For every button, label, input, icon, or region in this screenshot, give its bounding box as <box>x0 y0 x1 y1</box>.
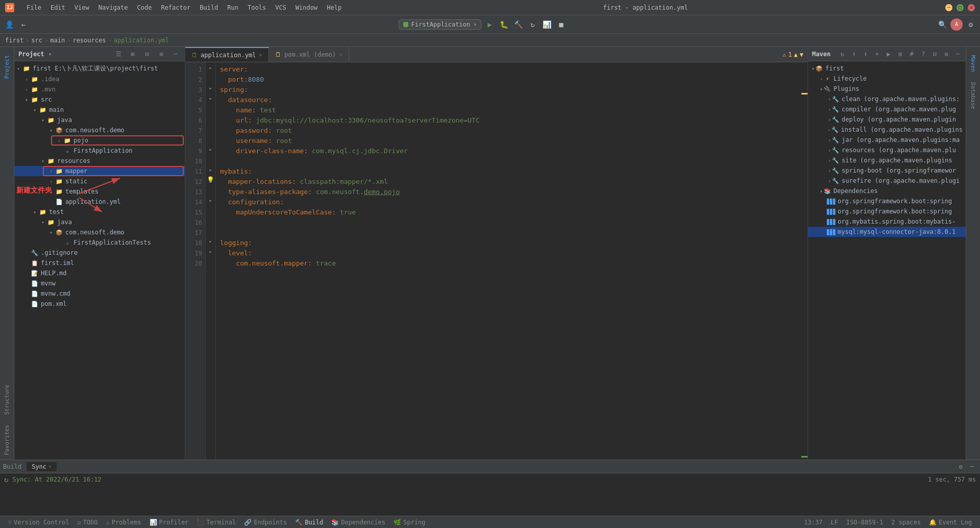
tree-item-java-test[interactable]: ▾ 📁 java <box>14 217 185 227</box>
tree-item-resources[interactable]: ▾ 📁 resources <box>14 156 185 166</box>
search-everywhere-button[interactable]: 🔍 <box>936 18 948 31</box>
status-line-col[interactable]: 13:37 <box>800 516 826 528</box>
menu-help[interactable]: Help <box>323 3 346 12</box>
bottom-settings-button[interactable]: ⚙ <box>955 462 966 472</box>
menu-view[interactable]: View <box>70 3 93 12</box>
tree-item-idea[interactable]: › 📁 .idea <box>14 74 185 84</box>
status-spring[interactable]: 🌿 Spring <box>389 516 429 528</box>
tree-item-pojo[interactable]: › 📁 pojo <box>14 135 185 146</box>
maven-item-jar[interactable]: › 🔧 jar (org.apache.maven.plugins:ma <box>808 135 966 145</box>
maven-settings-button[interactable]: ⚙ <box>943 49 950 59</box>
tree-item-src[interactable]: ▾ 📁 src <box>14 94 185 105</box>
stop-button[interactable]: ■ <box>555 18 567 31</box>
menu-navigate[interactable]: Navigate <box>94 3 132 12</box>
tree-item-mvn[interactable]: › 📁 .mvn <box>14 84 185 94</box>
maven-help-button[interactable]: ? <box>920 49 927 59</box>
warning-indicator[interactable]: ⚠ 1 ▲ ▼ <box>778 51 807 58</box>
breadcrumb-file[interactable]: application.yml <box>114 37 169 44</box>
maven-run-button[interactable]: ▶ <box>885 49 893 59</box>
maven-item-dep2[interactable]: ▊▊▊ org.springframework.boot:spring <box>808 206 966 217</box>
code-content[interactable]: server: port:8080 spring: datasource: na… <box>216 62 801 460</box>
bottom-hide-button[interactable]: ─ <box>967 462 977 472</box>
tree-item-main[interactable]: ▾ 📁 main <box>14 105 185 115</box>
hide-panel-button[interactable]: ─ <box>170 49 181 59</box>
maven-item-surefire[interactable]: › 🔧 surefire (org.apache.maven.plugi <box>808 176 966 186</box>
sidebar-tab-project[interactable]: Project <box>2 51 12 83</box>
maven-debug-button[interactable]: m <box>896 49 904 59</box>
run-config-selector[interactable]: FirstApplication ▾ <box>399 19 482 30</box>
status-encoding[interactable]: ISO-8859-1 <box>842 516 887 528</box>
debug-button[interactable]: 🐛 <box>498 18 510 31</box>
maven-item-clean[interactable]: › 🔧 clean (org.apache.maven.plugins: <box>808 94 966 104</box>
tab-pom-xml[interactable]: 🗒 pom.xml (demo) ✕ <box>269 47 349 62</box>
tree-item-static[interactable]: › 📁 static <box>14 176 185 186</box>
status-version-control[interactable]: ⑂ Version Control <box>4 516 73 528</box>
menu-vcs[interactable]: VCS <box>271 3 290 12</box>
settings-button[interactable]: ⚙ <box>965 18 977 31</box>
status-problems[interactable]: ⚠ Problems <box>102 516 145 528</box>
menu-file[interactable]: File <box>22 3 45 12</box>
build-button[interactable]: 🔨 <box>512 18 524 31</box>
maven-item-lifecycle[interactable]: › ⚡ Lifecycle <box>808 74 966 84</box>
breadcrumb-first[interactable]: first <box>5 37 23 44</box>
bottom-tab-sync[interactable]: Sync ✕ <box>27 462 57 471</box>
tree-item-appyml[interactable]: 📄 application.yml <box>14 197 185 207</box>
tree-item-test[interactable]: ▾ 📁 test <box>14 207 185 217</box>
close-button[interactable]: ✕ <box>968 4 975 11</box>
profile-button[interactable]: 👤 <box>3 18 15 31</box>
menu-build[interactable]: Build <box>195 3 222 12</box>
tree-item-helpmd[interactable]: 📝 HELP.md <box>14 268 185 278</box>
status-build[interactable]: 🔨 Build <box>291 516 327 528</box>
run-button[interactable]: ▶ <box>483 18 496 31</box>
collapse-all-button[interactable]: ⊟ <box>142 49 152 59</box>
breadcrumb-main[interactable]: main <box>50 37 65 44</box>
maven-item-dep1[interactable]: ▊▊▊ org.springframework.boot:spring <box>808 196 966 206</box>
maven-item-deploy[interactable]: › 🔧 deploy (org.apache.maven.plugin <box>808 114 966 125</box>
breadcrumb-src[interactable]: src <box>31 37 42 44</box>
maven-item-plugins[interactable]: ▾ 🔌 Plugins <box>808 84 966 94</box>
maven-download-sources-button[interactable]: ⬇ <box>862 49 869 59</box>
menu-refactor[interactable]: Refactor <box>157 3 194 12</box>
minimize-button[interactable]: ─ <box>945 4 952 11</box>
maven-add-button[interactable]: + <box>873 49 881 59</box>
close-tab-icon[interactable]: ✕ <box>259 52 262 58</box>
tree-item-package[interactable]: ▾ 📦 com.neusoft.demo <box>14 125 185 135</box>
maven-lifecycle-button[interactable]: # <box>908 49 916 59</box>
maven-item-install[interactable]: › 🔧 install (org.apache.maven.plugins <box>808 125 966 135</box>
user-avatar[interactable]: A <box>950 18 963 31</box>
tree-item-mvnw[interactable]: 📄 mvnw <box>14 278 185 289</box>
maven-item-dep4[interactable]: ▊▊▊ mysql:mysql-connector-java:8.0.1 <box>808 227 966 237</box>
back-button[interactable]: ← <box>17 18 30 31</box>
hide-maven-button[interactable]: ─ <box>954 49 962 59</box>
tree-item-pomxml[interactable]: 📄 pom.xml <box>14 299 185 309</box>
tree-item-templates[interactable]: › 📁 templates <box>14 186 185 197</box>
menu-window[interactable]: Window <box>291 3 322 12</box>
maven-item-dependencies[interactable]: ▾ 📚 Dependencies <box>808 186 966 196</box>
scope-button[interactable]: ☰ <box>113 49 124 59</box>
maven-download-button[interactable]: ⬇ <box>850 49 858 59</box>
menu-edit[interactable]: Edit <box>46 3 69 12</box>
status-endpoints[interactable]: 🔗 Endpoints <box>240 516 291 528</box>
status-event-log[interactable]: 🔔 Event Log <box>925 516 976 528</box>
right-gutter[interactable] <box>801 62 807 460</box>
tree-item-mapper[interactable]: › 📁 mapper <box>14 166 185 176</box>
tree-item-first[interactable]: ▾ 📁 first E:\卜凡\软工课设\project\first <box>14 63 185 74</box>
tree-item-iml[interactable]: 📋 first.iml <box>14 258 185 268</box>
status-indent[interactable]: 2 spaces <box>887 516 925 528</box>
breadcrumb-resources[interactable]: resources <box>72 37 106 44</box>
status-line-ending[interactable]: LF <box>826 516 842 528</box>
status-dependencies[interactable]: 📚 Dependencies <box>327 516 389 528</box>
menu-run[interactable]: Run <box>223 3 242 12</box>
right-tab-maven[interactable]: Maven <box>968 51 978 76</box>
menu-code[interactable]: Code <box>133 3 156 12</box>
tree-item-firstapp[interactable]: ☕ FirstApplication <box>14 146 185 156</box>
tree-item-apptests[interactable]: ☕ FirstApplicationTests <box>14 237 185 248</box>
maven-item-dep3[interactable]: ▊▊▊ org.mybatis.spring.boot:mybatis- <box>808 217 966 227</box>
run-coverage-button[interactable]: 📊 <box>541 18 553 31</box>
tree-item-mvnwcmd[interactable]: 📄 mvnw.cmd <box>14 289 185 299</box>
tree-item-java[interactable]: ▾ 📁 java <box>14 115 185 125</box>
maven-item-resources[interactable]: › 🔧 resources (org.apache.maven.plu <box>808 145 966 155</box>
expand-all-button[interactable]: ⊞ <box>128 49 138 59</box>
tree-item-gitignore[interactable]: 🔧 .gitignore <box>14 248 185 258</box>
status-todo[interactable]: ☑ TODO <box>73 516 102 528</box>
